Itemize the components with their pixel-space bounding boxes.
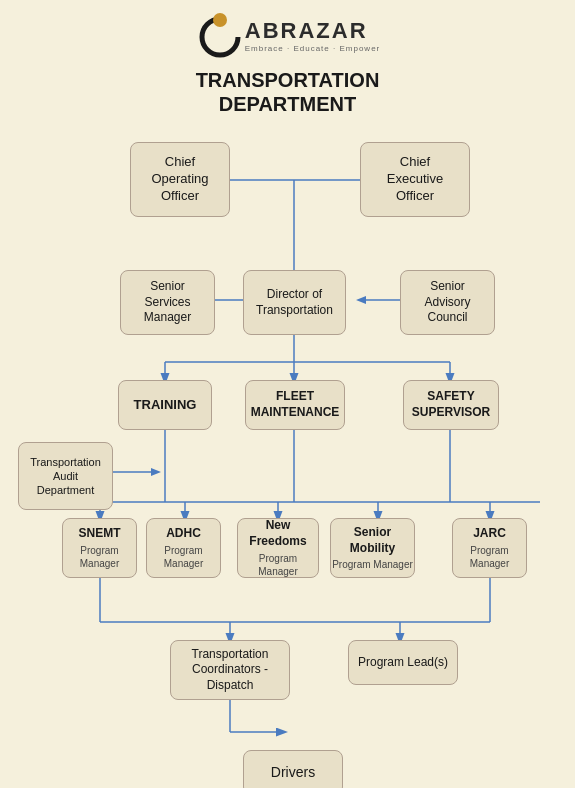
org-chart: ChiefOperatingOfficer ChiefExecutiveOffi…: [0, 122, 575, 788]
svg-point-1: [213, 13, 227, 27]
svg-marker-17: [151, 468, 161, 476]
tad-box: TransportationAuditDepartment: [18, 442, 113, 510]
adhc-box: ADHC ProgramManager: [146, 518, 221, 578]
sac-box: SeniorAdvisoryCouncil: [400, 270, 495, 335]
jarc-box: JARC ProgramManager: [452, 518, 527, 578]
snemt-label: SNEMT: [79, 526, 121, 542]
fleet-box: FLEETMAINTENANCE: [245, 380, 345, 430]
ceo-box: ChiefExecutiveOfficer: [360, 142, 470, 217]
coo-label: ChiefOperatingOfficer: [151, 154, 208, 205]
fleet-label: FLEETMAINTENANCE: [251, 389, 340, 420]
nf-sub: Program Manager: [238, 552, 318, 578]
tcd-label: TransportationCoordinators -Dispatch: [192, 647, 269, 694]
adhc-sub: ProgramManager: [164, 544, 203, 570]
ceo-label: ChiefExecutiveOfficer: [387, 154, 443, 205]
logo-container: ABRAZAR Embrace · Educate · Empower: [195, 10, 381, 60]
logo-icon: [195, 10, 245, 60]
dot-label: Director ofTransportation: [256, 287, 333, 318]
dot-box: Director ofTransportation: [243, 270, 346, 335]
snemt-sub: ProgramManager: [80, 544, 119, 570]
sm-label: SeniorMobility: [350, 525, 395, 556]
logo-tagline: Embrace · Educate · Empower: [245, 44, 381, 53]
tcd-box: TransportationCoordinators -Dispatch: [170, 640, 290, 700]
training-label: TRAINING: [134, 397, 197, 414]
pl-label: Program Lead(s): [358, 655, 448, 671]
training-box: TRAINING: [118, 380, 212, 430]
safety-label: SAFETYSUPERVISOR: [412, 389, 490, 420]
logo-name: ABRAZAR: [245, 18, 381, 44]
page-wrapper: ABRAZAR Embrace · Educate · Empower TRAN…: [0, 0, 575, 788]
nf-box: NewFreedoms Program Manager: [237, 518, 319, 578]
safety-box: SAFETYSUPERVISOR: [403, 380, 499, 430]
ssm-box: SeniorServicesManager: [120, 270, 215, 335]
svg-point-2: [210, 27, 230, 47]
jarc-label: JARC: [473, 526, 506, 542]
jarc-sub: ProgramManager: [470, 544, 509, 570]
snemt-box: SNEMT ProgramManager: [62, 518, 137, 578]
logo-text-group: ABRAZAR Embrace · Educate · Empower: [245, 18, 381, 53]
sm-sub: Program Manager: [332, 558, 413, 571]
drivers-box: Drivers: [243, 750, 343, 788]
tad-label: TransportationAuditDepartment: [30, 455, 101, 498]
ssm-label: SeniorServicesManager: [144, 279, 191, 326]
page-title: TRANSPORTATION DEPARTMENT: [196, 68, 380, 116]
pl-box: Program Lead(s): [348, 640, 458, 685]
adhc-label: ADHC: [166, 526, 201, 542]
drivers-label: Drivers: [271, 763, 315, 781]
sac-label: SeniorAdvisoryCouncil: [424, 279, 470, 326]
coo-box: ChiefOperatingOfficer: [130, 142, 230, 217]
svg-marker-10: [356, 296, 366, 304]
sm-box: SeniorMobility Program Manager: [330, 518, 415, 578]
header: ABRAZAR Embrace · Educate · Empower TRAN…: [0, 0, 575, 116]
nf-label: NewFreedoms: [249, 518, 306, 549]
